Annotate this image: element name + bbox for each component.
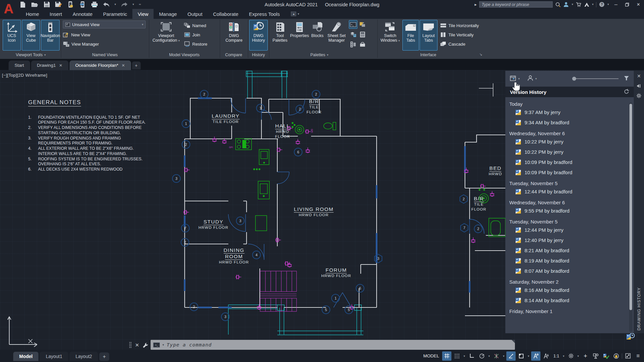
ucs-icon-toggle[interactable]: UCS Icon xyxy=(3,20,21,51)
annotation-scale-button[interactable]: 1:1 xyxy=(552,351,561,361)
undo-icon[interactable] xyxy=(103,1,110,8)
version-entry[interactable]: 10:09 PM by bradford xyxy=(515,159,625,166)
version-entry[interactable]: 9:37 AM by jerry xyxy=(515,109,625,116)
view-cube-toggle[interactable]: View Cube xyxy=(22,20,40,51)
isodraft-dropdown-icon[interactable]: ▾ xyxy=(502,354,505,358)
undo-dropdown-icon[interactable]: ▾ xyxy=(115,3,116,6)
workspace-dropdown-icon[interactable]: ▾ xyxy=(576,354,580,358)
grid-display-toggle[interactable] xyxy=(442,351,451,361)
new-layout-button[interactable]: + xyxy=(99,352,109,361)
help-icon[interactable]: ? xyxy=(599,2,605,7)
snap-dropdown-icon[interactable]: ▾ xyxy=(463,354,466,358)
command-input[interactable]: Type a command xyxy=(167,342,212,347)
autodesk-app-icon[interactable] xyxy=(584,2,589,7)
tool-palettes-button[interactable]: Tool Palettes xyxy=(271,20,289,51)
autodesk-app-dropdown-icon[interactable]: ▾ xyxy=(592,3,594,6)
polar-tracking-toggle[interactable] xyxy=(477,351,486,361)
file-tab-drawing1[interactable]: Drawing1✕ xyxy=(31,60,69,70)
isolate-objects-icon[interactable] xyxy=(591,351,600,361)
ortho-mode-toggle[interactable] xyxy=(467,351,476,361)
version-entry[interactable]: 12:44 PM by bradford xyxy=(515,188,625,195)
object-snap-dropdown-icon[interactable]: ▾ xyxy=(527,354,530,358)
autoscale-toggle[interactable] xyxy=(541,351,551,361)
drag-handle-icon[interactable] xyxy=(129,342,132,348)
sheet-set-manager-button[interactable]: Sheet Set Manager xyxy=(326,20,347,51)
version-entry[interactable]: 12:40 PM by jerry xyxy=(515,237,625,244)
basket-palette-icon[interactable] xyxy=(358,40,367,49)
layout-tab-layout2[interactable]: Layout2 xyxy=(69,352,98,361)
interface-dialog-launcher-icon[interactable]: ↘ xyxy=(479,52,482,57)
close-tab-icon[interactable]: ✕ xyxy=(121,63,125,68)
ribbon-collapse-control[interactable]: ▲ ▾ xyxy=(291,9,299,19)
restore-button[interactable] xyxy=(623,1,631,8)
object-snap-toggle[interactable] xyxy=(517,351,526,361)
autocad-logo[interactable]: A xyxy=(2,1,15,17)
filter-funnel-icon[interactable] xyxy=(624,76,629,82)
menu-tab-home[interactable]: Home xyxy=(21,9,44,19)
workspace-switching-icon[interactable] xyxy=(566,351,575,361)
auto-hide-icon[interactable] xyxy=(637,84,641,88)
new-drawing-tab-button[interactable]: + xyxy=(132,61,141,69)
menu-tab-view[interactable]: View xyxy=(132,9,154,19)
restore-viewports-button[interactable]: Restore xyxy=(184,40,207,48)
menu-tab-annotate[interactable]: Annotate xyxy=(68,9,98,19)
markup-palette-icon[interactable] xyxy=(358,20,367,29)
quickcalc-palette-icon[interactable] xyxy=(358,30,367,39)
model-space-label[interactable]: MODEL xyxy=(421,353,441,358)
annotation-scale-dropdown-icon[interactable]: ▾ xyxy=(562,354,565,358)
ribbon-collapse-dropdown-icon[interactable]: ▾ xyxy=(298,13,299,16)
menu-tab-insert[interactable]: Insert xyxy=(44,9,68,19)
version-history-list[interactable]: Today9:37 AM by jerry9:34 AM by bradford… xyxy=(505,97,634,333)
slider-knob[interactable] xyxy=(572,77,576,81)
save-icon[interactable] xyxy=(43,1,50,8)
graphics-performance-icon[interactable] xyxy=(601,351,611,361)
plot-icon[interactable] xyxy=(91,1,98,8)
clean-screen-icon[interactable] xyxy=(623,351,632,361)
named-viewports-button[interactable]: Named xyxy=(184,21,206,29)
date-filter-dropdown-icon[interactable]: ▾ xyxy=(518,77,520,80)
sheet-views-palette-icon[interactable] xyxy=(349,40,357,49)
layout-tab-model[interactable]: Model xyxy=(13,352,38,361)
customize-wrench-icon[interactable] xyxy=(143,342,149,348)
version-entry[interactable]: 10:22 PM by jerry xyxy=(515,148,625,155)
sign-in-dropdown-icon[interactable]: ▾ xyxy=(572,3,573,6)
layer-states-palette-icon[interactable] xyxy=(349,30,357,39)
refresh-icon[interactable] xyxy=(624,89,629,95)
palette-settings-icon[interactable] xyxy=(636,93,641,98)
date-filter-icon[interactable] xyxy=(510,75,516,82)
customization-menu-icon[interactable]: ≡ xyxy=(633,351,643,361)
close-button[interactable]: ✕ xyxy=(634,1,643,8)
object-snap-tracking-toggle[interactable] xyxy=(506,351,516,361)
version-entry[interactable]: 8:21 AM by bradford xyxy=(515,247,625,254)
file-tab-oceanside-floorplan[interactable]: Oceanside Floorplan*✕ xyxy=(69,60,131,70)
tile-vertically-button[interactable]: Tile Vertically xyxy=(440,31,474,39)
navigation-bar-toggle[interactable]: Navigation Bar xyxy=(41,20,60,51)
version-entry[interactable]: 9:34 AM by bradford xyxy=(515,119,625,126)
search-input[interactable] xyxy=(479,1,553,8)
view-manager-button[interactable]: View Manager xyxy=(63,40,99,48)
redo-icon[interactable] xyxy=(121,1,128,8)
version-entry[interactable]: 8:07 AM by bradford xyxy=(515,267,625,274)
history-scrollbar-thumb[interactable] xyxy=(629,104,632,310)
new-file-icon[interactable] xyxy=(19,1,26,8)
command-prompt-icon[interactable]: >_ xyxy=(153,342,160,347)
search-icon[interactable] xyxy=(555,2,561,7)
open-from-mobile-icon[interactable] xyxy=(67,1,74,8)
command-line-palette-icon[interactable]: >_ xyxy=(349,20,357,29)
menu-tab-express-tools[interactable]: Express Tools xyxy=(244,9,285,19)
viewport-tools-panel-footer[interactable]: Viewport Tools▾ xyxy=(1,52,60,58)
user-filter-dropdown-icon[interactable]: ▾ xyxy=(535,77,537,80)
viewport-configuration-button[interactable]: Viewport Configuration ▾ xyxy=(151,20,181,51)
history-range-slider[interactable] xyxy=(572,76,619,81)
qat-customize-icon[interactable]: ≂ xyxy=(139,3,141,6)
menu-tab-collaborate[interactable]: Collaborate xyxy=(208,9,244,19)
menu-tab-output[interactable]: Output xyxy=(182,9,208,19)
dwg-history-button[interactable]: DWG History xyxy=(249,20,268,51)
search-expand-icon[interactable]: ▸ xyxy=(475,2,477,7)
save-to-mobile-icon[interactable] xyxy=(79,1,86,8)
tile-horizontally-button[interactable]: Tile Horizontally xyxy=(440,21,479,29)
recent-commands-icon[interactable]: ▾ xyxy=(162,343,164,346)
ribbon-collapse-icon[interactable]: ▲ xyxy=(291,12,296,16)
blocks-button[interactable]: Blocks xyxy=(310,20,325,51)
version-entry[interactable]: 12:44 PM by jerry xyxy=(515,226,625,233)
